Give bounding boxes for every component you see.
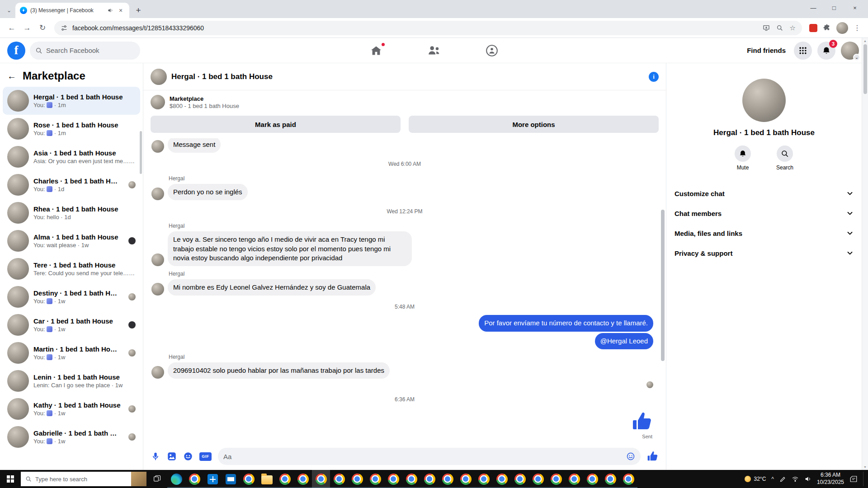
extensions-puzzle-icon[interactable]	[823, 24, 831, 32]
conversation-item[interactable]: Lenin · 1 bed 1 bath HouseLenin: Can I g…	[3, 367, 140, 395]
chrome-taskbar-button[interactable]	[439, 470, 457, 488]
mail-taskbar-button[interactable]	[222, 470, 240, 488]
notifications-button[interactable]: 3	[817, 42, 835, 60]
find-friends-link[interactable]: Find friends	[747, 47, 786, 54]
friends-nav-icon[interactable]	[426, 42, 442, 59]
panel-section-media-files-and-links[interactable]: Media, files and links	[670, 223, 858, 243]
sticker-icon[interactable]	[183, 451, 193, 461]
taskbar-search-input[interactable]	[35, 476, 127, 483]
groups-nav-icon[interactable]	[484, 42, 500, 59]
incoming-message-bubble[interactable]: Perdon yo no se inglés	[168, 184, 248, 200]
browser-tab-messenger[interactable]: (3) Messenger | Facebook ×	[15, 3, 129, 18]
address-bar[interactable]: facebook.com/messages/t/1285184333296060…	[54, 21, 802, 35]
conversation-item[interactable]: Rose · 1 bed 1 bath HouseYou: · 1m	[3, 115, 140, 143]
chrome-taskbar-button[interactable]	[511, 470, 529, 488]
back-button[interactable]: ←	[5, 21, 19, 35]
weather-widget[interactable]: 32°C	[745, 476, 766, 482]
conversation-item[interactable]: Asia · 1 bed 1 bath HouseAsia: Or you ca…	[3, 143, 140, 171]
bookmark-star-icon[interactable]: ☆	[790, 24, 796, 32]
chrome-taskbar-button[interactable]	[330, 470, 348, 488]
conversation-item[interactable]: Destiny · 1 bed 1 bath HouseYou: · 1w	[3, 283, 140, 311]
window-maximize-button[interactable]: □	[824, 0, 844, 15]
browser-menu-icon[interactable]: ⋮	[854, 23, 861, 32]
facebook-search-input[interactable]	[46, 47, 123, 54]
site-settings-icon[interactable]	[61, 24, 68, 32]
chrome-taskbar-button[interactable]	[384, 470, 402, 488]
notification-center-icon[interactable]	[849, 475, 858, 483]
edge-taskbar-button[interactable]	[167, 470, 185, 488]
conversation-item[interactable]: Alma · 1 bed 1 bath HouseYou: wait pleas…	[3, 227, 140, 255]
attach-image-icon[interactable]	[167, 451, 177, 461]
message-list[interactable]: Me interesaMessage sentWed 6:00 AMHergal…	[143, 138, 666, 443]
start-button[interactable]	[0, 470, 21, 488]
back-arrow-icon[interactable]: ←	[7, 71, 16, 81]
more-options-button[interactable]: More options	[409, 116, 659, 133]
chrome-taskbar-button[interactable]	[457, 470, 475, 488]
profile-avatar[interactable]: ⌄	[841, 42, 859, 60]
page-scrollbar[interactable]: ▲ ▼	[862, 38, 868, 470]
chrome-taskbar-button[interactable]	[312, 470, 330, 488]
explorer-taskbar-button[interactable]	[258, 470, 276, 488]
scroll-down-arrow-icon[interactable]: ▼	[863, 464, 867, 470]
task-view-button[interactable]	[146, 470, 167, 488]
conversation-item[interactable]: Martin · 1 bed 1 bath HouseYou: · 1w	[3, 339, 140, 367]
mute-button[interactable]: Mute	[735, 145, 751, 171]
tab-search-chevron-icon[interactable]: ⌄	[3, 3, 15, 18]
conversation-item[interactable]: Kathy · 1 bed 1 bath HouseYou: · 1w	[3, 395, 140, 423]
show-desktop-button[interactable]	[863, 472, 865, 486]
conversation-item[interactable]: Charles · 1 bed 1 bath HouseYou: · 1d	[3, 171, 140, 199]
incoming-message-bubble[interactable]: Message sent	[168, 138, 221, 153]
chat-avatar[interactable]	[151, 69, 167, 85]
taskbar-search[interactable]	[21, 472, 131, 486]
chrome-taskbar-button[interactable]	[348, 470, 366, 488]
new-tab-button[interactable]: +	[132, 4, 145, 17]
chrome-taskbar-button[interactable]	[475, 470, 493, 488]
taskbar-clock[interactable]: 6:36 AM 10/23/2025	[817, 472, 844, 486]
outgoing-message-bubble[interactable]: @Hergal Leoed	[595, 333, 653, 349]
pen-tray-icon[interactable]	[779, 476, 786, 483]
facebook-search[interactable]	[30, 42, 140, 60]
conversation-item[interactable]: Tere · 1 bed 1 bath HouseTere: Could you…	[3, 255, 140, 283]
gif-icon[interactable]: GIF	[199, 452, 212, 461]
facebook-logo[interactable]: f	[7, 42, 25, 60]
chrome-taskbar-button[interactable]	[420, 470, 439, 488]
incoming-message-bubble[interactable]: 2096910402 solo puedo hablar por las mañ…	[168, 362, 390, 379]
network-tray-icon[interactable]	[792, 475, 799, 483]
zoom-icon[interactable]	[776, 24, 783, 32]
conversation-item[interactable]: Hergal · 1 bed 1 bath HouseYou: · 1m	[3, 87, 140, 115]
chrome-taskbar-button[interactable]	[601, 470, 619, 488]
apps-menu-button[interactable]	[794, 42, 812, 60]
install-app-icon[interactable]	[763, 24, 770, 32]
like-button-icon[interactable]	[647, 450, 659, 462]
forward-button[interactable]: →	[20, 21, 34, 35]
store-taskbar-button[interactable]	[203, 470, 222, 488]
chrome-taskbar-button[interactable]	[276, 470, 294, 488]
chrome-taskbar-button[interactable]	[619, 470, 637, 488]
message-input[interactable]	[218, 448, 641, 465]
conversation-item[interactable]: Car · 1 bed 1 bath HouseYou: · 1w	[3, 311, 140, 339]
search-in-conversation-button[interactable]: Search	[776, 145, 793, 171]
emoji-icon[interactable]	[626, 452, 635, 461]
chrome-taskbar-button[interactable]	[565, 470, 583, 488]
outgoing-message-bubble[interactable]: Por favor envíame tu número de contacto …	[479, 315, 653, 331]
conversation-list[interactable]: Hergal · 1 bed 1 bath HouseYou: · 1mRose…	[0, 87, 143, 470]
window-close-button[interactable]: ×	[844, 0, 865, 15]
panel-section-chat-members[interactable]: Chat members	[670, 203, 858, 223]
volume-tray-icon[interactable]	[804, 475, 811, 483]
chrome-taskbar-button[interactable]	[583, 470, 601, 488]
message-input-field[interactable]	[223, 453, 623, 460]
page-scrollbar-thumb[interactable]	[863, 44, 867, 94]
chrome-taskbar-button[interactable]	[294, 470, 312, 488]
voice-message-icon[interactable]	[151, 451, 160, 461]
chat-scrollbar[interactable]	[661, 210, 665, 361]
incoming-message-bubble[interactable]: Mi nombre es Edy Leonel Galvez Hernández…	[168, 279, 376, 296]
tab-close-button[interactable]: ×	[117, 6, 125, 14]
browser-profile-avatar[interactable]	[836, 22, 848, 34]
chrome-taskbar-button[interactable]	[547, 470, 565, 488]
extension-icon[interactable]	[809, 24, 817, 32]
home-nav-icon[interactable]	[368, 42, 384, 59]
conversation-info-button[interactable]: i	[649, 72, 659, 82]
chrome-taskbar-button[interactable]	[493, 470, 511, 488]
conversation-item[interactable]: Gabrielle · 1 bed 1 bath HouseYou: · 1w	[3, 423, 140, 451]
scroll-up-arrow-icon[interactable]: ▲	[863, 38, 867, 44]
